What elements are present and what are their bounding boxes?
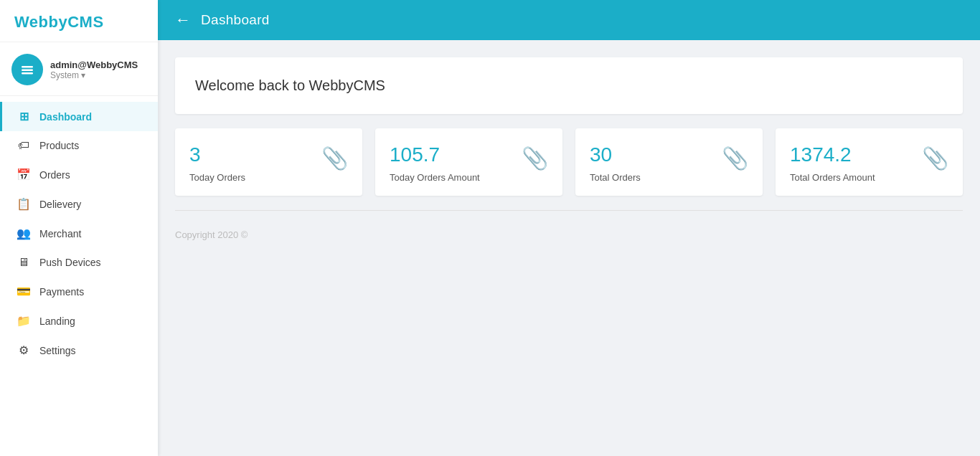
user-profile: admin@WebbyCMS System ▾	[0, 42, 158, 96]
main-area: ← Dashboard Welcome back to WebbyCMS 3 T…	[158, 0, 980, 456]
paperclip-icon: 📎	[722, 146, 748, 171]
stat-label: Today Orders Amount	[390, 172, 480, 183]
username: admin@WebbyCMS	[50, 60, 138, 70]
sidebar-item-dashboard[interactable]: ⊞ Dashboard	[0, 102, 158, 131]
sidebar-item-label: Dashboard	[39, 111, 92, 123]
people-icon: 👥	[17, 227, 31, 240]
stat-content: 30 Total Orders	[590, 144, 641, 183]
sidebar-item-label: Products	[39, 140, 79, 151]
footer-copyright: Copyright 2020 ©	[175, 224, 963, 240]
sidebar-nav: ⊞ Dashboard 🏷 Products 📅 Orders 📋 Deliev…	[0, 96, 158, 456]
divider	[175, 210, 963, 211]
stat-content: 3 Today Orders	[189, 144, 245, 183]
sidebar-item-label: Settings	[39, 345, 76, 356]
folder-icon: 📁	[17, 314, 31, 328]
page-title: Dashboard	[201, 12, 270, 28]
stat-label: Today Orders	[189, 172, 245, 183]
stat-card-total-orders-amount: 1374.2 Total Orders Amount 📎	[776, 128, 963, 196]
stat-content: 105.7 Today Orders Amount	[390, 144, 480, 183]
welcome-message: Welcome back to WebbyCMS	[195, 77, 385, 93]
stat-value: 30	[590, 144, 641, 166]
svg-rect-2	[22, 70, 33, 72]
app-logo: WebbyCMS	[0, 0, 158, 42]
sidebar-item-products[interactable]: 🏷 Products	[0, 131, 158, 160]
grid-icon: ⊞	[17, 110, 31, 123]
sidebar-item-label: Push Devices	[39, 257, 101, 268]
stat-card-today-orders-amount: 105.7 Today Orders Amount 📎	[375, 128, 562, 196]
gear-icon: ⚙	[17, 343, 31, 357]
stat-label: Total Orders Amount	[790, 172, 875, 183]
sidebar-item-payments[interactable]: 💳 Payments	[0, 277, 158, 306]
paperclip-icon: 📎	[321, 146, 348, 171]
stat-card-today-orders: 3 Today Orders 📎	[175, 128, 362, 196]
welcome-card: Welcome back to WebbyCMS	[175, 57, 963, 114]
card-icon: 💳	[17, 285, 31, 298]
paperclip-icon: 📎	[922, 146, 948, 171]
svg-rect-3	[22, 72, 33, 75]
sidebar-item-merchant[interactable]: 👥 Merchant	[0, 219, 158, 248]
stats-row: 3 Today Orders 📎 105.7 Today Orders Amou…	[175, 128, 963, 196]
stat-value: 3	[189, 144, 245, 166]
user-info: admin@WebbyCMS System ▾	[50, 60, 138, 80]
avatar	[11, 54, 43, 85]
sidebar-item-label: Orders	[39, 169, 70, 181]
stat-value: 105.7	[390, 144, 480, 166]
stat-content: 1374.2 Total Orders Amount	[790, 144, 875, 183]
stat-label: Total Orders	[590, 172, 641, 183]
sidebar-item-settings[interactable]: ⚙ Settings	[0, 336, 158, 365]
back-button[interactable]: ←	[175, 12, 191, 28]
stat-value: 1374.2	[790, 144, 875, 166]
sidebar-item-label: Payments	[39, 286, 84, 298]
sidebar-item-orders[interactable]: 📅 Orders	[0, 160, 158, 189]
sidebar-item-label: Delievery	[39, 199, 81, 210]
sidebar: WebbyCMS admin@WebbyCMS System ▾ ⊞ Dashb…	[0, 0, 158, 456]
sidebar-item-label: Landing	[39, 315, 75, 327]
monitor-icon: 🖥	[17, 256, 31, 269]
svg-rect-1	[22, 66, 33, 68]
calendar2-icon: 📋	[17, 197, 31, 211]
calendar-icon: 📅	[17, 168, 31, 181]
tag-icon: 🏷	[17, 139, 31, 152]
user-role[interactable]: System ▾	[50, 70, 138, 80]
sidebar-item-delivery[interactable]: 📋 Delievery	[0, 189, 158, 219]
content-area: Welcome back to WebbyCMS 3 Today Orders …	[158, 40, 980, 456]
stat-card-total-orders: 30 Total Orders 📎	[575, 128, 763, 196]
header: ← Dashboard	[158, 0, 980, 40]
sidebar-item-push-devices[interactable]: 🖥 Push Devices	[0, 248, 158, 277]
sidebar-item-landing[interactable]: 📁 Landing	[0, 306, 158, 336]
paperclip-icon: 📎	[522, 146, 548, 171]
sidebar-item-label: Merchant	[39, 228, 81, 239]
